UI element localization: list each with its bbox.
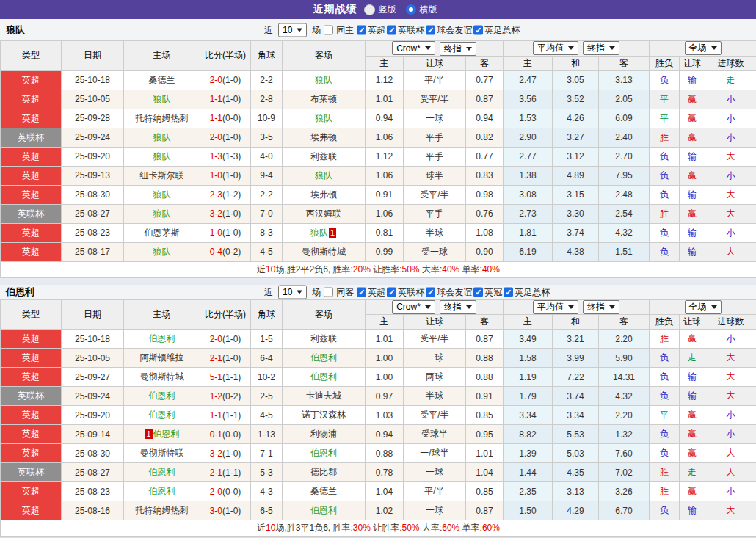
event-count-badge: 1 bbox=[329, 228, 336, 238]
match-date: 25-08-17 bbox=[62, 242, 124, 261]
result-label: 负 bbox=[650, 185, 680, 204]
away-team-cell: 曼彻斯特城 bbox=[283, 242, 366, 261]
fulltime-score: 1-0 bbox=[210, 228, 222, 238]
odds-source-select[interactable]: Crow* bbox=[392, 41, 435, 55]
average-odds-value: 3.49 bbox=[504, 330, 553, 349]
league-type-badge: 英超 bbox=[1, 223, 62, 242]
result-label: 负 bbox=[650, 70, 680, 90]
home-team-cell: 托特纳姆热刺 bbox=[124, 501, 200, 520]
match-date: 25-09-24 bbox=[62, 387, 124, 406]
team-name[interactable]: 伯恩利 bbox=[153, 429, 180, 439]
summary-segment: 40% bbox=[442, 264, 459, 275]
radio-horizontal-layout[interactable] bbox=[406, 4, 416, 15]
select-value: Crow* bbox=[396, 43, 421, 54]
league-filter-checkbox[interactable]: ✓ bbox=[357, 25, 366, 34]
team-name[interactable]: 狼队 bbox=[153, 208, 171, 219]
summary-segment: 场,胜2平2负6, 胜率: bbox=[275, 264, 352, 275]
halftime-score: (0-0) bbox=[222, 429, 241, 440]
same-venue-checkbox[interactable] bbox=[324, 25, 333, 34]
corner-score: 7-1 bbox=[251, 444, 283, 463]
league-filter-checkbox[interactable]: ✓ bbox=[504, 287, 513, 297]
result-label: 小 bbox=[705, 482, 756, 501]
result-label: 大 bbox=[705, 463, 756, 482]
average-odds-value: 1.44 bbox=[504, 463, 553, 482]
sub-column-header: 进球数 bbox=[705, 315, 756, 330]
team-name[interactable]: 伯恩利 bbox=[310, 505, 337, 515]
team-name: 利物浦 bbox=[310, 429, 337, 439]
team-name[interactable]: 狼队 bbox=[153, 151, 171, 161]
average-odds-value: 7.22 bbox=[553, 368, 599, 387]
team-name[interactable]: 狼队 bbox=[310, 228, 328, 238]
halftime-score: (1-0) bbox=[222, 334, 241, 344]
team-name[interactable]: 狼队 bbox=[315, 113, 332, 123]
team-name: 布莱顿 bbox=[310, 94, 337, 104]
match-count-select[interactable]: 10 bbox=[278, 285, 307, 299]
halftime-score: (1-0) bbox=[222, 132, 241, 142]
final-odds-select[interactable]: 终指 bbox=[440, 42, 476, 56]
team-name[interactable]: 伯恩利 bbox=[149, 467, 175, 477]
average-odds-value: 3.99 bbox=[553, 349, 599, 368]
league-filter-checkbox[interactable]: ✓ bbox=[426, 25, 435, 34]
handicap-odds-value: 0.77 bbox=[466, 147, 504, 166]
full-match-select[interactable]: 全场 bbox=[685, 300, 722, 314]
league-type-badge: 英超 bbox=[1, 185, 62, 204]
matches-suffix-label: 场 bbox=[312, 23, 321, 36]
result-label: 大 bbox=[705, 185, 756, 204]
match-count-select[interactable]: 10 bbox=[278, 23, 307, 37]
team-name[interactable]: 伯恩利 bbox=[310, 371, 337, 382]
team-name[interactable]: 狼队 bbox=[315, 170, 332, 181]
team-name[interactable]: 伯恩利 bbox=[310, 352, 337, 363]
average-odds-select[interactable]: 平均值 bbox=[533, 300, 578, 314]
league-filter-checkbox[interactable]: ✓ bbox=[387, 25, 396, 34]
halftime-score: (1-0) bbox=[222, 506, 241, 516]
league-filter-checkbox[interactable]: ✓ bbox=[387, 287, 396, 297]
match-date: 25-09-27 bbox=[62, 368, 124, 387]
odds-source-select[interactable]: Crow* bbox=[392, 300, 435, 314]
final-odds-select[interactable]: 终指 bbox=[440, 300, 476, 314]
team-filter-strip: 伯恩利 近10场同客✓英超✓英联杯✓球会友谊✓英冠✓英足总杯 bbox=[0, 285, 756, 299]
average-odds-select[interactable]: 平均值 bbox=[533, 41, 578, 55]
final-odds-select[interactable]: 终指 bbox=[583, 300, 619, 314]
league-filter-checkbox[interactable]: ✓ bbox=[473, 287, 483, 297]
league-filter-checkbox[interactable]: ✓ bbox=[426, 287, 435, 297]
column-header: 角球 bbox=[251, 41, 283, 71]
away-team-cell: 埃弗顿 bbox=[283, 128, 366, 147]
team-name[interactable]: 伯恩利 bbox=[149, 333, 175, 343]
team-name[interactable]: 伯恩利 bbox=[310, 448, 337, 458]
team-name[interactable]: 狼队 bbox=[315, 75, 332, 85]
team-name[interactable]: 伯恩利 bbox=[149, 410, 175, 420]
average-odds-value: 2.54 bbox=[599, 204, 650, 223]
same-venue-checkbox[interactable] bbox=[324, 287, 333, 297]
sub-column-header: 胜负 bbox=[650, 56, 680, 70]
team-name[interactable]: 狼队 bbox=[153, 189, 171, 200]
team-name[interactable]: 狼队 bbox=[153, 247, 171, 257]
home-team-cell: 狼队 bbox=[124, 128, 200, 147]
radio-vertical-layout[interactable] bbox=[364, 4, 375, 15]
match-row: 英超25-08-30狼队2-3(1-2)2-2埃弗顿0.91受平/半0.983.… bbox=[1, 185, 756, 204]
halftime-score: (0-2) bbox=[222, 247, 241, 257]
handicap-odds-value: 1.06 bbox=[366, 128, 404, 147]
team-name[interactable]: 狼队 bbox=[153, 94, 171, 104]
average-odds-value: 8.82 bbox=[504, 425, 553, 444]
team-name[interactable]: 伯恩利 bbox=[149, 486, 175, 496]
result-label: 赢 bbox=[680, 109, 705, 128]
away-team-cell: 狼队 bbox=[283, 166, 366, 185]
result-label: 负 bbox=[650, 444, 680, 463]
header-row-selects: 类型日期主场比分(半场)角球客场Crow*终指平均值终指全场 bbox=[1, 41, 756, 57]
corner-score: 10-9 bbox=[251, 109, 283, 128]
radio-vertical-label: 竖版 bbox=[379, 4, 396, 16]
match-date: 25-09-20 bbox=[62, 406, 124, 425]
league-filter-checkbox[interactable]: ✓ bbox=[357, 287, 366, 297]
full-match-select[interactable]: 全场 bbox=[685, 41, 722, 55]
fulltime-score: 2-0 bbox=[210, 75, 222, 85]
match-row: 英联杯25-09-24伯恩利1-2(0-2)2-5卡迪夫城0.97半球0.911… bbox=[1, 387, 756, 406]
team-name[interactable]: 伯恩利 bbox=[149, 390, 175, 401]
corner-score: 6-4 bbox=[251, 349, 283, 368]
match-date: 25-08-30 bbox=[62, 444, 124, 463]
team-name: 卡迪夫城 bbox=[306, 390, 341, 401]
league-type-badge: 英超 bbox=[1, 330, 62, 349]
league-filter-checkbox[interactable]: ✓ bbox=[473, 25, 483, 34]
handicap-odds-value: 平/半 bbox=[404, 70, 466, 90]
final-odds-select[interactable]: 终指 bbox=[583, 41, 619, 55]
team-name[interactable]: 狼队 bbox=[153, 132, 171, 142]
